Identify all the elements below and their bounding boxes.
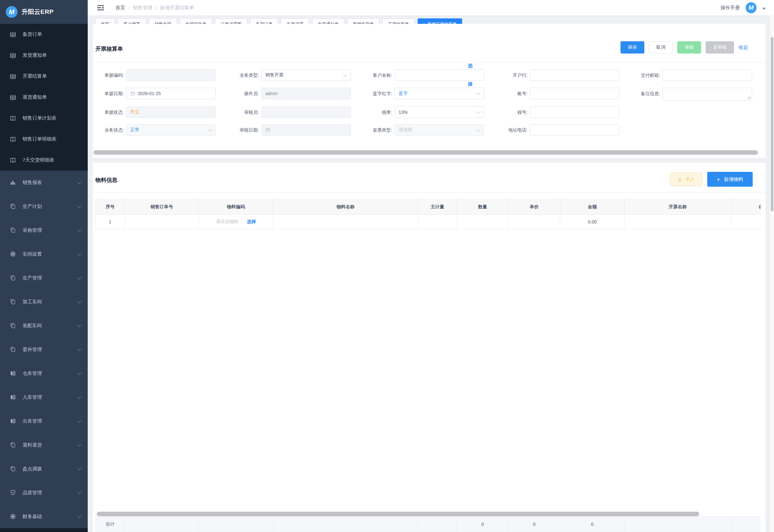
tab-新增发货单[interactable]: 新增发货单: [347, 18, 379, 24]
sidebar-item-label: 退货通知单: [23, 94, 81, 100]
sidebar-item-销售报表[interactable]: 销售报表: [0, 171, 88, 194]
sidebar-item-销售订单明细表[interactable]: 销售订单明细表: [0, 129, 88, 150]
sidebar-item-入库管理[interactable]: 入库管理: [0, 385, 88, 409]
tab-客户档案[interactable]: 客户档案: [118, 18, 146, 24]
单据编码-input[interactable]: [126, 69, 216, 81]
chevron-down-icon: [208, 127, 212, 132]
sidebar-item-生产管理[interactable]: 生产管理: [0, 266, 88, 290]
field-备注信息: 备注信息:: [632, 88, 752, 99]
sidebar-item-品质管理[interactable]: 品质管理: [0, 481, 88, 505]
开户行-input[interactable]: [530, 69, 620, 81]
税率-input[interactable]: 13%: [394, 106, 484, 118]
sidebar-item-退料退货[interactable]: 退料退货: [0, 433, 88, 457]
蓝字红字-input[interactable]: 蓝字: [394, 88, 484, 99]
sidebar-item-盘点调拨[interactable]: 盘点调拨: [0, 457, 88, 481]
customer-picker-button[interactable]: 选择: [466, 63, 474, 87]
sidebar-item-装配车间[interactable]: 装配车间: [0, 314, 88, 338]
resize-grip-icon[interactable]: [747, 96, 751, 99]
copy-icon: [10, 322, 16, 329]
add-material-button[interactable]: + 新增物料: [707, 172, 753, 187]
import-button-label: 引入: [686, 176, 695, 182]
unaudit-button[interactable]: 反审核: [706, 41, 734, 54]
page-vertical-scrollbar: [770, 15, 774, 532]
column-header-数量: 数量: [457, 200, 509, 215]
manual-link[interactable]: 操作手册: [720, 5, 740, 11]
column-header-开票名称: 开票名称: [625, 200, 731, 215]
table-row: 1请添加物料选择0.00: [96, 215, 761, 229]
cell-empty: [418, 215, 457, 229]
tab-生产进度[interactable]: 生产进度: [281, 18, 309, 24]
field-发票类型: 发票类型:请选择: [364, 124, 484, 136]
invoice-actions: 保存 取消 审核 反审核 收起: [620, 41, 748, 54]
field-蓝字红字: 蓝字红字:蓝字: [364, 88, 484, 99]
column-header-物料名称: 物料名称: [273, 200, 418, 215]
tab-合同审批单[interactable]: 合同审批单: [180, 18, 212, 24]
chevron-down-icon: [77, 395, 81, 399]
sidebar-item-label: 采购管理: [23, 227, 78, 233]
sidebar-item-车间设置[interactable]: 车间设置: [0, 242, 88, 266]
field-地址电话: 地址电话:: [499, 124, 620, 136]
top-bar: 首页/销售管理/新增开票结算单 操作手册 M: [88, 0, 774, 15]
cancel-button[interactable]: 取消: [649, 41, 673, 54]
sidebar-item-采购管理[interactable]: 采购管理: [0, 218, 88, 242]
column-header-金额: 金额: [560, 200, 625, 215]
column-header-序号: 序号: [96, 200, 125, 215]
field-label: 税率:: [364, 106, 392, 118]
field-label: 备注信息:: [632, 88, 660, 99]
field-客户名称: 客户名称:选择: [364, 69, 484, 81]
账号-input[interactable]: [530, 88, 620, 99]
chevron-down-icon: [77, 323, 81, 327]
collapse-link[interactable]: 收起: [739, 44, 748, 51]
sidebar-item-销售订单计划表[interactable]: 销售订单计划表: [0, 108, 88, 129]
审核日期-input[interactable]: [261, 124, 351, 136]
sidebar-item-出库管理[interactable]: 出库管理: [0, 409, 88, 433]
cell-material-code: 请添加物料选择: [199, 215, 273, 229]
form-hscroll-thumb[interactable]: [94, 150, 758, 155]
tab-发货通知单[interactable]: 发货通知单: [312, 18, 344, 24]
sidebar-item-发货通知单[interactable]: 发货通知单: [0, 45, 88, 66]
table-empty-area: [95, 229, 760, 512]
cabinet-icon: [10, 418, 16, 424]
sidebar-item-仓库管理[interactable]: 仓库管理: [0, 361, 88, 385]
tab-备货订单[interactable]: 备货订单: [250, 18, 278, 24]
sidebar-item-备货订单[interactable]: 备货订单: [0, 24, 88, 45]
操作员-input[interactable]: admin: [261, 88, 351, 99]
业务类型-input[interactable]: 销售开票: [261, 69, 351, 81]
tab-开票结算单[interactable]: 开票结算单: [382, 18, 414, 24]
sidebar-item-label: 出库管理: [23, 418, 78, 424]
select-material-link[interactable]: 选择: [247, 219, 256, 225]
税号-input[interactable]: [530, 106, 620, 118]
table-hscroll-thumb[interactable]: [97, 512, 699, 516]
sidebar-item-财务基础[interactable]: 财务基础: [0, 505, 88, 528]
tab-首页[interactable]: 首页: [95, 18, 115, 24]
sidebar-item-7天交货明细表[interactable]: 7天交货明细表: [0, 150, 88, 171]
save-button[interactable]: 保存: [620, 41, 644, 54]
import-button[interactable]: 引入: [670, 172, 702, 186]
sidebar-item-委外管理[interactable]: 委外管理: [0, 338, 88, 361]
交付邮箱-input[interactable]: [662, 69, 752, 81]
sidebar-item-退货通知单[interactable]: 退货通知单: [0, 87, 88, 108]
chevron-down-icon[interactable]: [762, 8, 766, 10]
audit-button[interactable]: 审核: [677, 41, 701, 54]
sidebar-item-加工车间[interactable]: 加工车间: [0, 290, 88, 314]
field-业务类型: 业务类型:销售开票: [231, 69, 351, 81]
field-label: 审核员:: [231, 106, 259, 118]
备注信息-input[interactable]: [662, 88, 752, 101]
tab-订单进度图[interactable]: 订单进度图: [215, 18, 247, 24]
发票类型-input[interactable]: 请选择: [394, 124, 484, 136]
summary-label: 合计: [96, 517, 125, 532]
地址电话-input[interactable]: [530, 124, 620, 136]
page-vscroll-thumb[interactable]: [771, 37, 773, 211]
collapse-menu-icon[interactable]: [97, 4, 104, 12]
单据日期-input[interactable]: 2026-01-25: [126, 88, 216, 99]
审核员-input[interactable]: [261, 106, 351, 118]
tab-active-新增开票结算单[interactable]: 新增开票结算单: [418, 18, 462, 24]
sidebar-item-开票结算单[interactable]: 开票结算单: [0, 66, 88, 87]
tab-销售合同[interactable]: 销售合同: [149, 18, 177, 24]
sidebar-item-生产计划[interactable]: 生产计划: [0, 194, 88, 218]
单据状态-input[interactable]: 开立: [126, 106, 216, 118]
breadcrumb-item-首页[interactable]: 首页: [115, 5, 125, 11]
material-actions: 引入 + 新增物料: [670, 172, 753, 187]
业务状态-input[interactable]: 正常: [126, 124, 216, 136]
avatar[interactable]: M: [746, 2, 757, 13]
